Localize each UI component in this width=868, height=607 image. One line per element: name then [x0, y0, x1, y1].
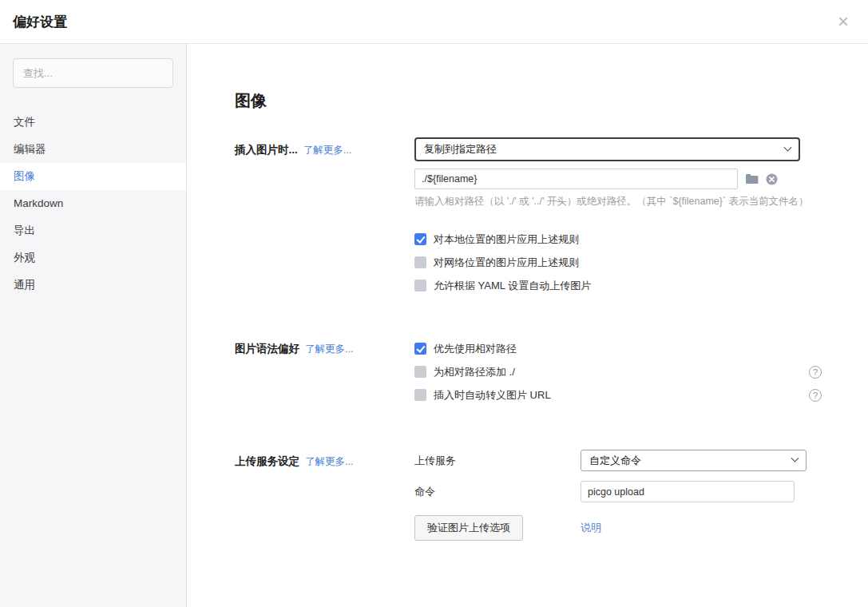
- chevron-down-icon: [784, 143, 792, 151]
- close-icon[interactable]: ×: [833, 10, 854, 33]
- copy-path-input[interactable]: [414, 169, 738, 189]
- upload-learn-more-link[interactable]: 了解更多...: [305, 455, 353, 469]
- section-label-col: 插入图片时... 了解更多...: [235, 137, 414, 157]
- checkbox-row-local-images[interactable]: 对本地位置的图片应用上述规则: [414, 231, 822, 248]
- section-label-col: 图片语法偏好 了解更多...: [235, 340, 414, 356]
- checkbox[interactable]: [414, 389, 426, 401]
- upload-service-label: 上传服务: [414, 454, 581, 468]
- window-title: 偏好设置: [13, 13, 67, 31]
- main-panel: 图像 插入图片时... 了解更多... 复制到指定路径: [187, 44, 868, 607]
- checkbox-label: 插入时自动转义图片 URL: [434, 388, 551, 403]
- checkbox-row-escape-url[interactable]: 插入时自动转义图片 URL ?: [414, 387, 822, 403]
- section-image-syntax: 图片语法偏好 了解更多... 优先使用相对路径 为相对路径添加 ./ ?: [235, 340, 823, 410]
- checkbox-label: 允许根据 YAML 设置自动上传图片: [434, 279, 591, 293]
- checkbox[interactable]: [414, 256, 426, 268]
- insert-action-select-value: 复制到指定路径: [424, 142, 497, 157]
- folder-icon[interactable]: [745, 173, 759, 184]
- checkbox-row-yaml-upload[interactable]: 允许根据 YAML 设置自动上传图片: [414, 277, 822, 294]
- help-icon[interactable]: ?: [809, 366, 822, 379]
- checkbox[interactable]: [414, 280, 426, 292]
- checkbox[interactable]: [414, 366, 426, 378]
- sidebar-item-export[interactable]: 导出: [0, 217, 186, 244]
- upload-validate-row: 验证图片上传选项 说明: [414, 515, 822, 541]
- sidebar-item-image[interactable]: 图像: [0, 163, 186, 190]
- checkbox-label: 对本地位置的图片应用上述规则: [434, 232, 579, 247]
- upload-command-input[interactable]: [581, 481, 795, 502]
- page-title: 图像: [235, 90, 823, 112]
- window-header: 偏好设置 ×: [0, 0, 868, 44]
- sidebar-item-editor[interactable]: 编辑器: [0, 136, 186, 163]
- validate-upload-button[interactable]: 验证图片上传选项: [414, 515, 523, 541]
- insert-action-select[interactable]: 复制到指定路径: [414, 137, 800, 161]
- checkbox-label: 优先使用相对路径: [434, 342, 517, 356]
- sidebar-item-appearance[interactable]: 外观: [0, 244, 186, 272]
- checkbox[interactable]: [414, 233, 426, 245]
- sidebar-item-files[interactable]: 文件: [0, 109, 186, 136]
- upload-service-select[interactable]: 自定义命令: [581, 450, 807, 471]
- upload-service-select-value: 自定义命令: [589, 454, 641, 468]
- checkbox[interactable]: [414, 343, 426, 355]
- preferences-window: 偏好设置 × 文件 编辑器 图像 Markdown 导出 外观 通用 图像 插入…: [0, 0, 868, 607]
- upload-service-row: 上传服务 自定义命令: [414, 450, 822, 471]
- path-row: [414, 169, 822, 189]
- sidebar-item-markdown[interactable]: Markdown: [0, 190, 186, 217]
- insert-learn-more-link[interactable]: 了解更多...: [303, 144, 351, 157]
- section-upload-service: 上传服务设定 了解更多... 上传服务 自定义命令 命令: [235, 450, 823, 550]
- section-insert-image: 插入图片时... 了解更多... 复制到指定路径: [235, 137, 823, 300]
- path-hint-text: 请输入相对路径（以 './' 或 '../' 开头）或绝对路径。（其中 `${f…: [414, 195, 822, 208]
- sidebar-item-general[interactable]: 通用: [0, 272, 186, 299]
- search-box: [13, 58, 173, 88]
- section-syntax-title: 图片语法偏好: [235, 342, 299, 356]
- checkbox-label: 对网络位置的图片应用上述规则: [434, 256, 579, 270]
- checkbox-row-prefer-relative[interactable]: 优先使用相对路径: [414, 340, 822, 357]
- checkbox-label: 为相对路径添加 ./: [434, 365, 515, 379]
- upload-doc-link[interactable]: 说明: [581, 521, 601, 535]
- section-insert-title: 插入图片时...: [235, 143, 298, 157]
- section-label-col: 上传服务设定 了解更多...: [235, 450, 414, 469]
- chevron-down-icon: [791, 454, 799, 462]
- syntax-learn-more-link[interactable]: 了解更多...: [305, 343, 353, 356]
- clear-path-icon[interactable]: [766, 173, 778, 185]
- section-upload-title: 上传服务设定: [235, 454, 299, 469]
- upload-command-label: 命令: [414, 485, 581, 499]
- checkbox-row-add-dot-slash[interactable]: 为相对路径添加 ./ ?: [414, 363, 822, 380]
- help-icon[interactable]: ?: [809, 389, 822, 402]
- search-input[interactable]: [13, 58, 173, 88]
- upload-command-row: 命令: [414, 481, 822, 502]
- sidebar: 文件 编辑器 图像 Markdown 导出 外观 通用: [0, 44, 187, 607]
- checkbox-row-web-images[interactable]: 对网络位置的图片应用上述规则: [414, 254, 822, 271]
